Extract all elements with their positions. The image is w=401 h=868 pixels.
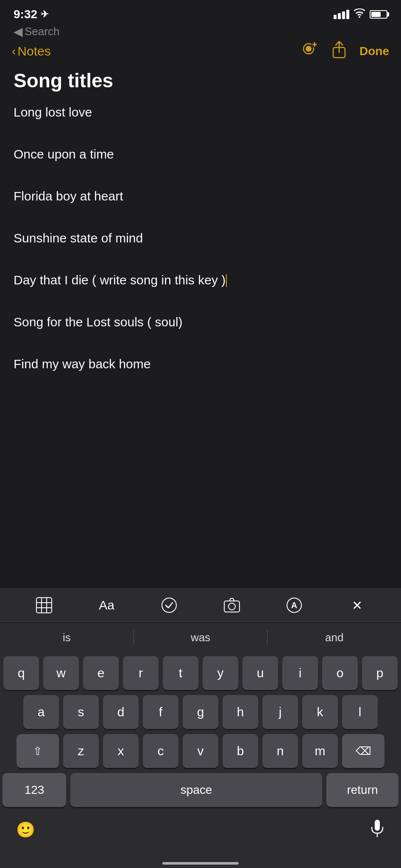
table-button[interactable] (33, 595, 55, 616)
toolbar-close-button[interactable]: ✕ (346, 595, 368, 616)
svg-point-14 (228, 603, 235, 610)
note-line-1: Long lost love (14, 102, 387, 123)
navigation-bar: ‹ Notes Done (0, 40, 401, 62)
key-k[interactable]: k (302, 695, 338, 729)
key-x[interactable]: x (103, 734, 139, 768)
home-indicator (162, 862, 239, 865)
notes-back-label: Notes (17, 44, 50, 58)
done-button[interactable]: Done (359, 45, 389, 58)
key-j[interactable]: j (262, 695, 298, 729)
key-w[interactable]: w (43, 656, 79, 690)
keyboard: q w e r t y u i o p a s d f g h j k l ⇧ … (0, 652, 401, 868)
camera-button[interactable] (221, 595, 242, 616)
format-text-button[interactable]: Aa (96, 595, 117, 616)
key-e[interactable]: e (83, 656, 119, 690)
svg-rect-13 (224, 601, 239, 612)
note-line-2: Once upon a time (14, 144, 387, 165)
note-content[interactable]: Long lost love Once upon a time Florida … (0, 95, 401, 381)
key-d[interactable]: d (103, 695, 139, 729)
checklist-button[interactable] (159, 595, 180, 616)
key-n[interactable]: n (262, 734, 298, 768)
key-z[interactable]: z (63, 734, 99, 768)
keyboard-row-4: 123 space return (3, 773, 398, 807)
space-button[interactable]: space (70, 773, 322, 807)
markup-button[interactable]: A (284, 595, 305, 616)
status-time-location: 9:32 ✈ (14, 8, 48, 21)
search-label: Search (25, 25, 59, 38)
predictive-word-2[interactable]: was (134, 631, 267, 644)
note-line-7: Find my way back home (14, 353, 387, 375)
microphone-button[interactable] (370, 819, 385, 841)
predictive-word-3[interactable]: and (267, 631, 401, 644)
key-r[interactable]: r (123, 656, 159, 690)
share-button[interactable] (331, 41, 347, 62)
key-o[interactable]: o (322, 656, 358, 690)
note-line-3: Florida boy at heart (14, 186, 387, 207)
svg-point-12 (162, 598, 176, 612)
svg-rect-17 (375, 820, 380, 831)
text-cursor (226, 274, 227, 287)
battery-fill (371, 12, 381, 17)
wifi-icon (354, 8, 365, 20)
key-q[interactable]: q (3, 656, 39, 690)
key-c[interactable]: c (143, 734, 178, 768)
numbers-button[interactable]: 123 (3, 773, 66, 807)
shift-button[interactable]: ⇧ (17, 734, 59, 768)
status-bar: 9:32 ✈ (0, 0, 401, 23)
key-m[interactable]: m (302, 734, 338, 768)
back-arrow-small: ◀ (14, 25, 23, 39)
emoji-button[interactable]: 🙂 (16, 821, 35, 839)
key-l[interactable]: l (342, 695, 378, 729)
key-p[interactable]: p (362, 656, 398, 690)
nav-icon-group: Done (299, 41, 389, 62)
keyboard-bottom-bar: 🙂 (3, 812, 398, 843)
key-g[interactable]: g (183, 695, 218, 729)
keyboard-row-3: ⇧ z x c v b n m ⌫ (3, 734, 398, 768)
keyboard-row-2: a s d f g h j k l (3, 695, 398, 729)
svg-point-1 (306, 46, 312, 52)
format-aa-label: Aa (99, 598, 114, 612)
key-y[interactable]: y (203, 656, 238, 690)
key-f[interactable]: f (143, 695, 178, 729)
return-button[interactable]: return (326, 773, 398, 807)
key-b[interactable]: b (223, 734, 258, 768)
note-title[interactable]: Song titles (0, 62, 401, 95)
delete-button[interactable]: ⌫ (342, 734, 384, 768)
key-v[interactable]: v (183, 734, 218, 768)
key-a[interactable]: a (23, 695, 59, 729)
time-display: 9:32 (14, 8, 37, 21)
key-i[interactable]: i (282, 656, 318, 690)
status-indicators (334, 8, 387, 20)
key-t[interactable]: t (163, 656, 198, 690)
key-u[interactable]: u (242, 656, 278, 690)
predictive-text-bar: is was and (0, 623, 401, 652)
notes-back-button[interactable]: ‹ Notes (12, 44, 51, 58)
signal-bars (334, 10, 349, 19)
note-line-4: Sunshine state of mind (14, 228, 387, 249)
add-collaborator-button[interactable] (299, 41, 319, 62)
search-back-button[interactable]: ◀ Search (14, 25, 59, 39)
note-line-6: Song for the Lost souls ( soul) (14, 312, 387, 333)
key-s[interactable]: s (63, 695, 99, 729)
key-h[interactable]: h (223, 695, 258, 729)
predictive-word-1[interactable]: is (0, 631, 134, 644)
search-back-row: ◀ Search (0, 23, 401, 40)
note-line-5: Day that I die ( write song in this key … (14, 270, 387, 291)
formatting-toolbar: Aa A ✕ (0, 588, 401, 622)
close-x-label: ✕ (352, 598, 362, 613)
location-icon: ✈ (41, 9, 48, 20)
back-chevron-icon: ‹ (12, 45, 16, 58)
battery-indicator (370, 10, 387, 19)
svg-text:A: A (291, 601, 297, 610)
keyboard-row-1: q w e r t y u i o p (3, 656, 398, 690)
svg-rect-7 (36, 598, 52, 613)
